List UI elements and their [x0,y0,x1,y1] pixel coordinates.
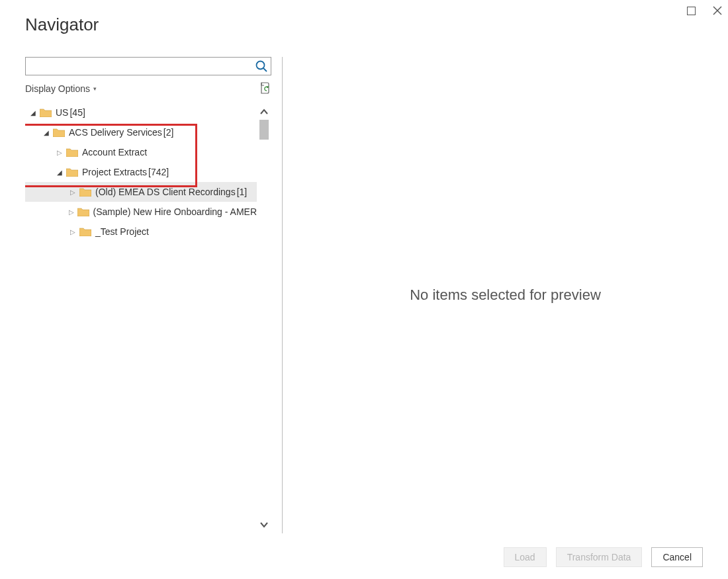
folder-icon [79,187,91,197]
folder-icon [66,167,78,177]
dialog-buttons: Load Transform Data Cancel [504,547,703,567]
tree-node-count: [2] [163,127,174,138]
expander-icon[interactable]: ▷ [69,208,75,216]
expander-icon[interactable]: ▷ [56,149,64,156]
expander-icon[interactable]: ◢ [42,129,50,136]
search-input[interactable] [28,58,252,75]
tree-node-account-extract[interactable]: ▷ Account Extract [25,142,257,162]
tree-node-label: (Old) EMEA DS Client Recordings [95,187,236,197]
tree-node-label: Project Extracts [82,167,147,177]
display-options-dropdown[interactable]: Display Options ▾ [25,83,97,94]
scroll-up-icon[interactable] [259,107,269,117]
tree-node-label: US [56,107,68,118]
navigator-pane: Display Options ▾ ◢ US [45] [25,57,271,533]
preview-pane: No items selected for preview [283,57,728,533]
tree-node-label: Account Extract [82,147,147,157]
close-button[interactable] [712,5,723,16]
folder-icon [53,128,65,137]
folder-icon [66,148,78,157]
expander-icon[interactable]: ▷ [69,189,77,196]
tree-node-project-extracts[interactable]: ◢ Project Extracts [742] [25,162,257,182]
tree-node-acs[interactable]: ◢ ACS Delivery Services [2] [25,122,257,142]
tree-scrollbar[interactable] [257,103,271,534]
tree-node-test-project[interactable]: ▷ _Test Project [25,222,257,242]
expander-icon[interactable]: ▷ [69,228,77,236]
search-box [25,57,271,75]
folder-icon [77,207,89,216]
folder-tree: ◢ US [45] ◢ ACS Delivery Services [2] ▷ [25,103,257,534]
tree-node-label: _Test Project [95,226,149,237]
cancel-button[interactable]: Cancel [651,547,703,567]
expander-icon[interactable]: ◢ [29,109,37,116]
refresh-icon[interactable] [259,82,271,96]
svg-line-4 [263,68,267,71]
svg-point-3 [257,62,265,69]
transform-data-button: Transform Data [556,547,643,567]
load-button: Load [504,547,547,567]
tree-node-count: [1] [237,187,248,197]
tree-node-us[interactable]: ◢ US [45] [25,103,257,122]
display-options-label: Display Options [25,83,90,94]
expander-icon[interactable]: ◢ [56,169,64,176]
tree-node-label: (Sample) New Hire Onboarding - AMER [93,206,257,217]
tree-node-sample-new-hire[interactable]: ▷ (Sample) New Hire Onboarding - AMER [25,202,257,222]
tree-node-label: ACS Delivery Services [69,127,162,138]
maximize-button[interactable] [686,5,696,16]
folder-icon [79,227,91,236]
tree-node-count: [742] [148,167,169,177]
tree-node-old-emea[interactable]: ▷ (Old) EMEA DS Client Recordings [1] [25,182,257,202]
svg-rect-0 [687,7,695,15]
preview-empty-message: No items selected for preview [410,287,601,304]
scroll-thumb[interactable] [259,120,269,140]
page-title: Navigator [25,15,99,35]
search-icon[interactable] [255,60,268,75]
chevron-down-icon: ▾ [93,85,97,92]
scroll-track[interactable] [257,117,271,519]
folder-icon [40,108,52,117]
scroll-down-icon[interactable] [259,519,269,530]
tree-node-count: [45] [69,107,85,118]
